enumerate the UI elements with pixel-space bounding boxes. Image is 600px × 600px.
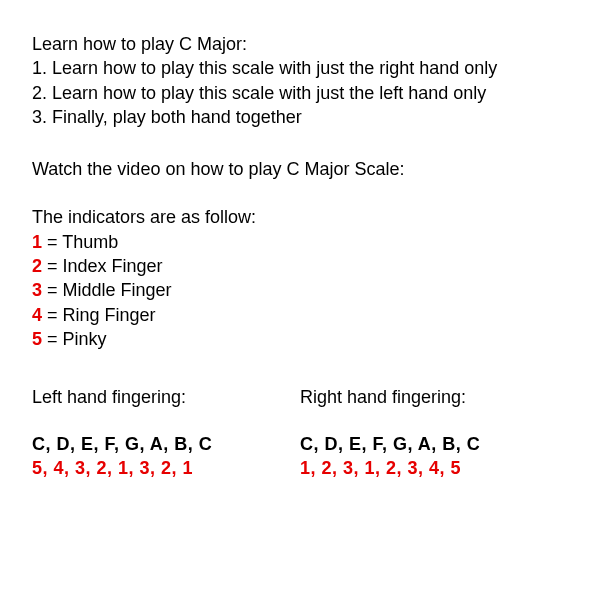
step-2: 2. Learn how to play this scale with jus… [32, 81, 568, 105]
indicator-5: 5 = Pinky [32, 327, 568, 351]
right-hand-column: Right hand fingering: C, D, E, F, G, A, … [300, 385, 568, 480]
left-hand-notes: C, D, E, F, G, A, B, C [32, 432, 300, 456]
left-hand-title: Left hand fingering: [32, 385, 300, 409]
indicator-label: = Pinky [42, 329, 107, 349]
indicator-num: 3 [32, 280, 42, 300]
left-hand-fingering: 5, 4, 3, 2, 1, 3, 2, 1 [32, 456, 300, 480]
fingering-columns: Left hand fingering: C, D, E, F, G, A, B… [32, 385, 568, 480]
indicator-2: 2 = Index Finger [32, 254, 568, 278]
intro-heading: Learn how to play C Major: [32, 32, 568, 56]
indicator-1: 1 = Thumb [32, 230, 568, 254]
indicator-num: 2 [32, 256, 42, 276]
indicators-list: 1 = Thumb 2 = Index Finger 3 = Middle Fi… [32, 230, 568, 351]
left-hand-column: Left hand fingering: C, D, E, F, G, A, B… [32, 385, 300, 480]
right-hand-title: Right hand fingering: [300, 385, 568, 409]
steps-list: 1. Learn how to play this scale with jus… [32, 56, 568, 129]
indicator-label: = Index Finger [42, 256, 163, 276]
indicator-3: 3 = Middle Finger [32, 278, 568, 302]
indicator-4: 4 = Ring Finger [32, 303, 568, 327]
indicator-num: 1 [32, 232, 42, 252]
indicator-num: 5 [32, 329, 42, 349]
indicator-num: 4 [32, 305, 42, 325]
step-1: 1. Learn how to play this scale with jus… [32, 56, 568, 80]
indicator-label: = Thumb [42, 232, 118, 252]
step-3: 3. Finally, play both hand together [32, 105, 568, 129]
indicator-label: = Ring Finger [42, 305, 156, 325]
indicator-label: = Middle Finger [42, 280, 172, 300]
right-hand-notes: C, D, E, F, G, A, B, C [300, 432, 568, 456]
video-instruction: Watch the video on how to play C Major S… [32, 157, 568, 181]
indicators-heading: The indicators are as follow: [32, 205, 568, 229]
right-hand-fingering: 1, 2, 3, 1, 2, 3, 4, 5 [300, 456, 568, 480]
